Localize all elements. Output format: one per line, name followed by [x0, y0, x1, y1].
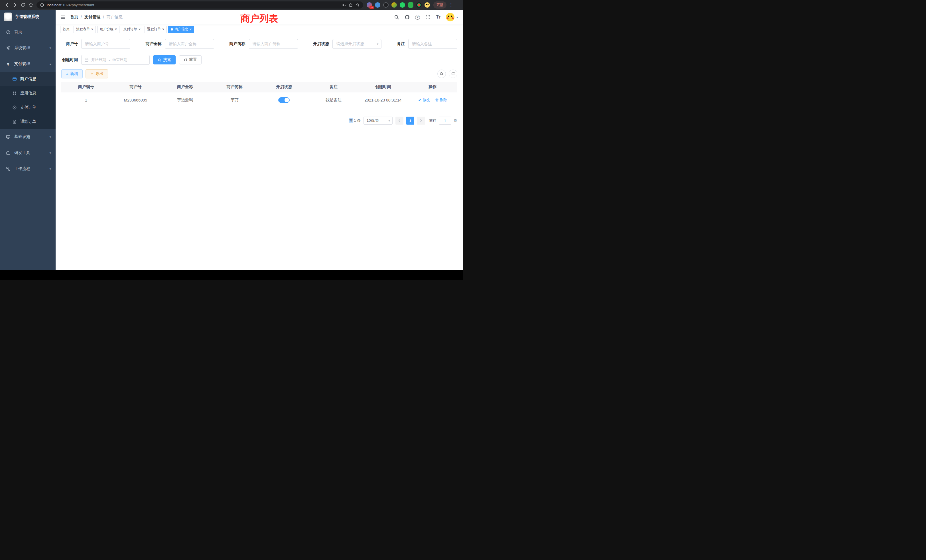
page-number-1[interactable]: 1	[406, 117, 414, 125]
sidebar-logo[interactable]: 芋道管理系统	[0, 10, 56, 24]
merchant-no-input[interactable]	[81, 39, 130, 49]
extension-icon-1[interactable]: 10	[367, 2, 372, 8]
full-name-input[interactable]	[165, 39, 214, 49]
filter-full-name: 商户全称	[146, 39, 214, 49]
close-icon[interactable]: ×	[162, 28, 164, 31]
refresh-icon	[451, 72, 455, 76]
sidebar-menu: 首页 系统管理 ▾ ¥ 支付管理 ▴	[0, 24, 56, 270]
close-icon[interactable]: ×	[139, 28, 141, 31]
github-icon[interactable]	[404, 15, 410, 20]
filter-status: 开启状态 请选择开启状态 ▾	[313, 39, 381, 49]
sidebar-item-infra[interactable]: 基础设施 ▾	[0, 129, 56, 145]
avatar[interactable]	[446, 13, 454, 21]
col-full-name: 商户全称	[160, 82, 210, 92]
refresh-table-button[interactable]	[449, 70, 457, 78]
extension-icon-6[interactable]	[408, 2, 413, 8]
create-time-range-picker[interactable]: 开始日期 - 结束日期	[81, 55, 150, 65]
breadcrumb-current: 商户信息	[107, 15, 123, 20]
search-icon	[440, 72, 443, 76]
sidebar-item-payment[interactable]: ¥ 支付管理 ▴	[0, 56, 56, 72]
toggle-search-button[interactable]	[437, 70, 446, 78]
extension-icon-3[interactable]	[383, 2, 389, 8]
browser-toolbar: localhost:1024/pay/merchant 10 更新 ⋮	[0, 0, 463, 10]
status-toggle[interactable]	[278, 97, 290, 103]
close-icon[interactable]: ×	[91, 28, 93, 31]
password-key-icon[interactable]	[342, 3, 346, 7]
help-icon[interactable]: ?	[415, 15, 420, 20]
sidebar-item-refund-order[interactable]: 退款订单	[0, 115, 56, 129]
goto-page-input[interactable]	[439, 117, 451, 125]
cell-remark: 我是备注	[309, 92, 359, 108]
col-create-time: 创建时间	[359, 82, 408, 92]
sidebar-item-system[interactable]: 系统管理 ▾	[0, 40, 56, 56]
extension-icon-8[interactable]	[425, 2, 430, 8]
home-button[interactable]	[27, 1, 35, 9]
sidebar-item-label: 支付管理	[14, 61, 30, 67]
start-date-placeholder[interactable]: 开始日期	[91, 57, 106, 62]
site-info-icon[interactable]	[40, 3, 44, 7]
chevron-down-icon: ▾	[49, 135, 51, 139]
sidebar-item-merchant-info[interactable]: 商户信息	[0, 72, 56, 86]
reload-button[interactable]	[19, 1, 27, 9]
add-button[interactable]: + 新增	[61, 69, 83, 79]
sidebar-item-label: 应用信息	[20, 91, 36, 96]
search-button[interactable]: 搜索	[153, 55, 176, 64]
yen-icon: ¥	[6, 62, 11, 66]
export-button[interactable]: 导出	[86, 69, 108, 79]
sidebar-item-label: 支付订单	[20, 105, 36, 110]
edit-button[interactable]: 修改	[418, 97, 430, 103]
status-select[interactable]: 请选择开启状态 ▾	[333, 39, 381, 49]
font-size-icon[interactable]: TT	[436, 15, 440, 20]
sidebar: 芋道管理系统 首页 系统管理 ▾ ¥	[0, 10, 56, 270]
sidebar-item-pay-order[interactable]: 支付订单	[0, 100, 56, 115]
col-short-name: 商户简称	[210, 82, 259, 92]
pagination: 共 1 条 10条/页 ▾ 1 前往 页	[61, 117, 457, 125]
tab-merchant-info[interactable]: 商户信息 ×	[168, 26, 194, 33]
table-header-row: 商户编号 商户号 商户全称 商户简称 开启状态 备注 创建时间 操作	[61, 82, 457, 92]
extension-icon-5[interactable]	[400, 2, 405, 8]
breadcrumb-payment[interactable]: 支付管理	[85, 15, 100, 20]
close-icon[interactable]: ×	[115, 28, 117, 31]
bookmark-star-icon[interactable]	[356, 3, 360, 7]
delete-button[interactable]: 删除	[435, 97, 447, 103]
sidebar-item-home[interactable]: 首页	[0, 24, 56, 40]
browser-update-button[interactable]: 更新	[433, 2, 446, 9]
breadcrumb-separator: /	[103, 15, 104, 20]
extension-icon-7[interactable]	[416, 2, 422, 8]
next-page-button[interactable]	[417, 117, 425, 125]
extension-icon-2[interactable]	[375, 2, 380, 8]
tab-process-form[interactable]: 流程表单 ×	[74, 26, 96, 33]
fullscreen-icon[interactable]	[425, 15, 431, 20]
end-date-placeholder[interactable]: 结束日期	[112, 57, 127, 62]
sidebar-item-label: 基础设施	[14, 134, 30, 139]
tab-pay-order[interactable]: 支付订单 ×	[121, 26, 143, 33]
table-row: 1 M233666999 芋道源码 芋艿 我是备注 2021-10-23 08:…	[61, 92, 457, 108]
search-icon[interactable]	[394, 15, 399, 20]
forward-button[interactable]	[11, 1, 19, 9]
user-menu[interactable]: ▾	[446, 13, 458, 21]
breadcrumb-home[interactable]: 首页	[70, 15, 78, 20]
page-size-select[interactable]: 10条/页 ▾	[363, 117, 393, 125]
sidebar-item-label: 研发工具	[14, 150, 30, 155]
tab-refund-order[interactable]: 退款订单 ×	[145, 26, 167, 33]
tab-user-group[interactable]: 用户分组 ×	[97, 26, 120, 33]
address-bar[interactable]: localhost:1024/pay/merchant	[36, 2, 363, 9]
sidebar-toggle-icon[interactable]	[56, 15, 70, 20]
back-button[interactable]	[3, 1, 11, 9]
sidebar-item-devtools[interactable]: 研发工具 ▾	[0, 145, 56, 161]
caret-down-icon: ▾	[457, 16, 458, 19]
extension-icon-4[interactable]	[392, 2, 397, 8]
sidebar-item-workflow[interactable]: 工作流程 ▾	[0, 161, 56, 177]
reset-button[interactable]: 重置	[179, 55, 201, 64]
browser-menu-icon[interactable]: ⋮	[449, 2, 453, 8]
short-name-input[interactable]	[249, 39, 298, 49]
tab-home[interactable]: 首页	[60, 26, 72, 33]
breadcrumb-separator: /	[81, 15, 82, 20]
remark-input[interactable]	[408, 39, 457, 49]
close-icon[interactable]: ×	[189, 28, 192, 31]
prev-page-button[interactable]	[395, 117, 403, 125]
filter-merchant-no: 商户号	[61, 39, 130, 49]
sidebar-item-app-info[interactable]: 应用信息	[0, 86, 56, 100]
url-path: :1024/pay/merchant	[61, 3, 94, 7]
share-icon[interactable]	[349, 3, 353, 7]
